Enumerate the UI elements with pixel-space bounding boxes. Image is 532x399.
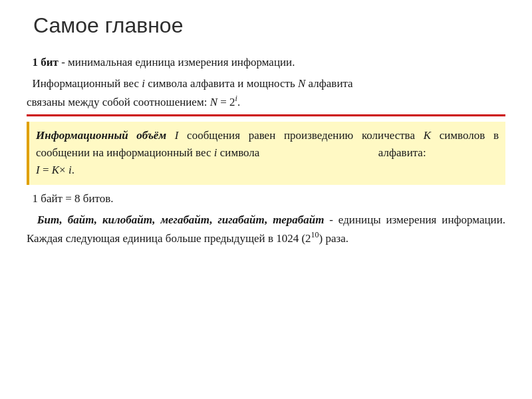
ik-formula: I = K× i. — [36, 164, 74, 176]
symbol-i: i — [142, 77, 145, 90]
page-title: Самое главное — [33, 13, 505, 38]
block-info-weight: Информационный вес i символа алфавита и … — [27, 75, 505, 92]
info-volume-bold-italic: Информационный объём — [36, 129, 166, 142]
symbol-n: N — [298, 77, 305, 90]
bit-bold: 1 бит — [33, 56, 59, 68]
content-area: 1 бит - минимальная единица измерения ин… — [27, 54, 505, 247]
block-byte: 1 байт = 8 битов. — [27, 190, 505, 207]
block-info-weight-line2: связаны между собой соотношением: N = 2i… — [27, 93, 505, 112]
block-units: Бит, байт, килобайт, мегабайт, гигабайт,… — [27, 211, 505, 247]
info-volume-text: Информационный объём I сообщения равен п… — [36, 129, 499, 159]
page: Самое главное 1 бит - минимальная единиц… — [0, 0, 532, 399]
symbol-capital-i: I — [175, 129, 179, 142]
symbol-capital-k: K — [424, 129, 431, 142]
red-divider — [27, 114, 505, 116]
block-bit-definition: 1 бит - минимальная единица измерения ин… — [27, 54, 505, 71]
sup-10: 10 — [311, 230, 319, 239]
byte-text: 1 байт = 8 битов. — [33, 192, 114, 205]
block-info-volume: Информационный объём I сообщения равен п… — [27, 122, 505, 185]
sup-i-text: i — [235, 94, 237, 104]
formula-n: N — [210, 96, 217, 108]
formula-i-k: I — [36, 164, 40, 176]
sup-i: i — [235, 94, 237, 104]
info-weight-formula-text: связаны между собой соотношением: N = 2i… — [27, 96, 240, 108]
formula-i3: i — [68, 164, 72, 176]
formula-k: K — [52, 164, 59, 176]
bit-definition-text: - минимальная единица измерения информац… — [59, 56, 295, 68]
info-weight-text1: Информационный вес i символа алфавита и … — [27, 77, 353, 90]
units-bold-italic: Бит, байт, килобайт, мегабайт, гигабайт,… — [37, 213, 325, 226]
symbol-i2: i — [214, 146, 217, 159]
